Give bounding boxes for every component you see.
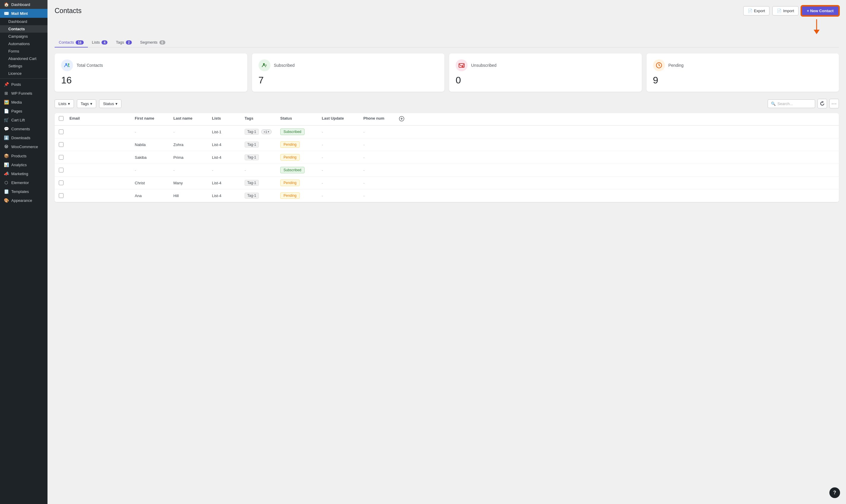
subscribed-label: Subscribed — [274, 63, 295, 68]
filter-lists-button[interactable]: Lists ▾ — [55, 100, 74, 108]
row-checkbox[interactable] — [59, 155, 70, 160]
sidebar-subitem-mm-forms[interactable]: Forms — [0, 48, 48, 55]
table-header: Email First name Last name Lists Tags St… — [55, 113, 839, 126]
sidebar-subitem-mm-automations[interactable]: Automations — [0, 40, 48, 48]
cell-lastname: Many — [173, 181, 212, 185]
th-add-col[interactable] — [399, 116, 410, 122]
tab-tags-label: Tags — [116, 40, 124, 44]
sidebar-item-label: Analytics — [11, 163, 27, 167]
tab-segments[interactable]: Segments 0 — [136, 38, 169, 48]
templates-icon: 🗒️ — [3, 189, 9, 194]
import-icon: 📄 — [777, 8, 781, 13]
more-options-button[interactable]: ··· — [829, 99, 839, 108]
row-checkbox[interactable] — [59, 180, 70, 185]
tab-contacts[interactable]: Contacts 16 — [55, 38, 88, 48]
cell-firstname: Sakiba — [135, 155, 173, 160]
sidebar-subitem-mm-contacts[interactable]: Contacts — [0, 25, 48, 33]
sidebar-item-label: Marketing — [11, 172, 28, 176]
sidebar-item-label: Templates — [11, 190, 29, 194]
sidebar-subitem-label: Forms — [8, 49, 19, 53]
import-button[interactable]: 📄 Import — [772, 6, 798, 15]
sidebar-subitem-mm-settings[interactable]: Settings — [0, 62, 48, 70]
refresh-button[interactable] — [817, 99, 827, 108]
marketing-icon: 📣 — [3, 171, 9, 176]
th-phone: Phone num — [363, 116, 399, 122]
sidebar-item-label: Posts — [11, 82, 21, 87]
filter-tags-button[interactable]: Tags ▾ — [77, 100, 96, 108]
sidebar-item-media[interactable]: 🖼️ Media — [0, 98, 48, 107]
sidebar-item-elementor[interactable]: ⬡ Elementor — [0, 178, 48, 187]
cell-firstname: - — [135, 168, 173, 173]
row-checkbox[interactable] — [59, 129, 70, 134]
unsubscribed-icon — [456, 59, 468, 71]
new-contact-button[interactable]: + New Contact — [802, 6, 839, 16]
sidebar-item-dashboard[interactable]: 🏠 Dashboard — [0, 0, 48, 9]
cell-list: List-1 — [212, 130, 245, 134]
filter-lists-label: Lists — [58, 102, 67, 106]
new-contact-label: + New Contact — [807, 8, 833, 13]
cart-lift-icon: 🛒 — [3, 118, 9, 122]
sidebar-item-mail-mint[interactable]: ✉️ Mail Mint — [0, 9, 48, 18]
sidebar-item-label: Dashboard — [11, 2, 30, 7]
pages-icon: 📄 — [3, 109, 9, 113]
sidebar-item-posts[interactable]: 📌 Posts — [0, 80, 48, 89]
cell-list: List-4 — [212, 155, 245, 160]
tags-chevron-icon: ▾ — [90, 102, 92, 106]
sidebar-subitem-mm-campaigns[interactable]: Campaigns — [0, 33, 48, 40]
tab-lists-label: Lists — [92, 40, 100, 44]
export-button[interactable]: 📄 Export — [743, 6, 770, 15]
tab-lists[interactable]: Lists 4 — [88, 38, 112, 48]
header-actions: 📄 Export 📄 Import + New Contact — [743, 6, 839, 16]
subscribed-value: 7 — [258, 75, 438, 86]
comments-icon: 💬 — [3, 126, 9, 131]
dashboard-icon: 🏠 — [3, 2, 9, 7]
row-checkbox[interactable] — [59, 142, 70, 147]
cell-phone: - — [363, 194, 399, 198]
cell-phone: - — [363, 181, 399, 185]
export-icon: 📄 — [748, 8, 753, 13]
sidebar-subitem-mm-licence[interactable]: Licence — [0, 70, 48, 77]
sidebar-item-appearance[interactable]: 🎨 Appearance — [0, 196, 48, 205]
tab-segments-label: Segments — [140, 40, 158, 44]
sidebar-item-templates[interactable]: 🗒️ Templates — [0, 187, 48, 196]
sidebar-item-pages[interactable]: 📄 Pages — [0, 107, 48, 115]
sidebar-item-woocommerce[interactable]: Ⓦ WooCommerce — [0, 142, 48, 151]
cell-last-update: - — [322, 181, 363, 185]
sidebar-item-label: Downloads — [11, 136, 30, 140]
sidebar-subitem-mm-abandoned-cart[interactable]: Abandoned Cart — [0, 55, 48, 62]
sidebar-item-label: Media — [11, 100, 22, 105]
sidebar-subitem-mm-dashboard[interactable]: Dashboard — [0, 18, 48, 25]
th-checkbox[interactable] — [59, 116, 70, 122]
help-button[interactable]: ? — [829, 487, 840, 498]
cell-last-update: - — [322, 168, 363, 173]
sidebar-item-analytics[interactable]: 📊 Analytics — [0, 160, 48, 169]
row-checkbox[interactable] — [59, 168, 70, 173]
tab-tags[interactable]: Tags 2 — [112, 38, 136, 48]
svg-marker-1 — [814, 30, 820, 34]
total-contacts-icon — [61, 59, 73, 71]
sidebar-item-wp-funnels[interactable]: ⊞ WP Funnels — [0, 89, 48, 98]
sidebar-item-comments[interactable]: 💬 Comments — [0, 124, 48, 133]
cell-lastname: - — [173, 168, 212, 173]
cell-phone: - — [363, 155, 399, 160]
sidebar-item-cart-lift[interactable]: 🛒 Cart Lift — [0, 115, 48, 124]
row-checkbox[interactable] — [59, 193, 70, 198]
cell-list: List-4 — [212, 181, 245, 185]
sidebar-item-downloads[interactable]: ⬇️ Downloads — [0, 133, 48, 142]
filter-status-button[interactable]: Status ▾ — [99, 100, 121, 108]
table-row: - - List-1 Tag-1 +1 ▾ Subscribed - - — [55, 126, 839, 138]
sidebar-subitem-label: Licence — [8, 71, 22, 76]
table-row: Christ Many List-4 Tag-1 Pending - - — [55, 177, 839, 190]
sidebar-item-label: Mail Mint — [11, 11, 28, 16]
contacts-table: Email First name Last name Lists Tags St… — [55, 113, 839, 202]
cell-status: Pending — [280, 192, 322, 199]
sidebar-item-label: Comments — [11, 127, 30, 131]
sidebar-item-products[interactable]: 📦 Products — [0, 151, 48, 160]
table-row: Sakiba Prima List-4 Tag-1 Pending - - — [55, 151, 839, 164]
downloads-icon: ⬇️ — [3, 136, 9, 140]
sidebar-item-marketing[interactable]: 📣 Marketing — [0, 169, 48, 178]
page-title: Contacts — [55, 7, 82, 15]
stats-row: Total Contacts 16 Subscribed — [55, 53, 839, 92]
search-box: 🔍 Search... — [768, 100, 815, 108]
cell-tags: - — [245, 168, 280, 173]
